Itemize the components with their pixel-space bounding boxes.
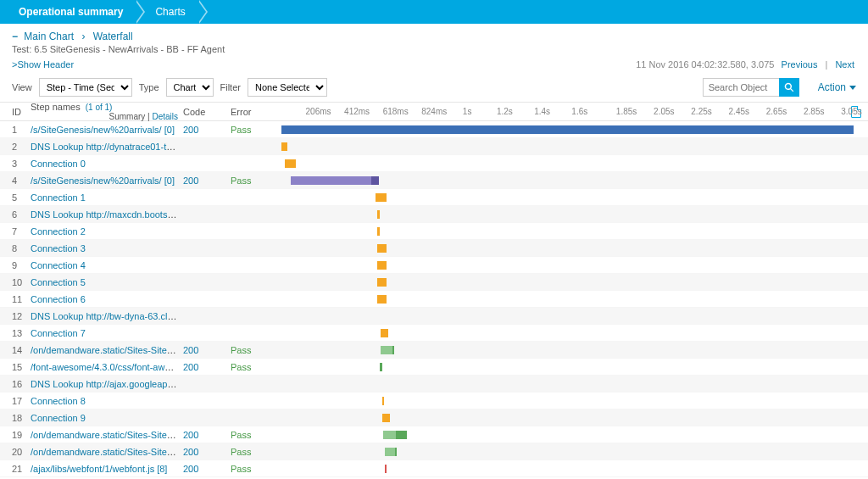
timeline-row	[280, 409, 868, 426]
timeline-row	[280, 443, 868, 460]
timeline-tick: 618ms	[383, 107, 409, 116]
timing-bar[interactable]	[385, 448, 395, 456]
timeline-row	[280, 206, 868, 223]
step-link[interactable]: Connection 0	[31, 159, 86, 169]
step-link[interactable]: DNS Lookup http://bw-dyna-63.cloudapp.ne…	[31, 311, 183, 321]
step-link[interactable]: Connection 4	[31, 260, 86, 270]
timestamp: 11 Nov 2016 04:02:32.580, 3.075	[636, 59, 774, 70]
step-link[interactable]: /on/demandware.static/Sites-SiteGenesis-…	[31, 345, 183, 355]
header-step-names[interactable]: Step names (1 of 1) Summary | Details	[31, 102, 183, 121]
table-row[interactable]: 21 /ajax/libs/webfont/1/webfont.js [8] 2…	[0, 460, 280, 477]
timing-bar[interactable]	[377, 295, 387, 304]
step-link[interactable]: Connection 2	[31, 226, 86, 237]
timing-bar[interactable]	[376, 193, 387, 202]
table-row[interactable]: 11 Connection 6	[0, 291, 280, 308]
step-link[interactable]: /s/SiteGenesis/new%20arrivals/ [0]	[31, 125, 175, 135]
table-row[interactable]: 2 DNS Lookup http://dynatrace01-tech-prt…	[0, 138, 280, 155]
timing-bar[interactable]	[380, 363, 382, 371]
type-select[interactable]: Chart	[166, 78, 214, 97]
table-row[interactable]: 13 Connection 7	[0, 325, 280, 342]
step-link[interactable]: Connection 1	[31, 192, 86, 203]
timing-bar[interactable]	[383, 431, 396, 439]
timing-bar[interactable]	[396, 431, 407, 439]
step-link[interactable]: Connection 7	[31, 328, 86, 338]
breadcrumb-charts[interactable]: Charts	[147, 0, 198, 24]
table-row[interactable]: 8 Connection 3	[0, 240, 280, 257]
table-row[interactable]: 18 Connection 9	[0, 409, 280, 426]
timeline-tick: 1.4s	[534, 107, 550, 116]
table-row[interactable]: 20 /on/demandware.static/Sites-Site/-/-/…	[0, 443, 280, 460]
next-link[interactable]: Next	[835, 59, 854, 70]
step-link[interactable]: Connection 8	[31, 396, 86, 406]
timeline-row	[280, 189, 868, 206]
timeline-header: 206ms412ms618ms824ms1s1.2s1.4s1.6s1.85s2…	[280, 103, 868, 121]
step-link[interactable]: /s/SiteGenesis/new%20arrivals/ [0]	[31, 175, 175, 186]
table-row[interactable]: 17 Connection 8	[0, 393, 280, 409]
timeline-row	[280, 426, 868, 443]
timing-bar[interactable]	[371, 176, 379, 185]
collapse-icon[interactable]: −	[12, 31, 18, 42]
timeline-row	[280, 325, 868, 342]
timeline-row	[280, 342, 868, 359]
step-link[interactable]: Connection 5	[31, 277, 86, 287]
header-error[interactable]: Error	[231, 107, 273, 117]
show-header-link[interactable]: >Show Header	[12, 59, 74, 70]
search-button[interactable]	[779, 78, 799, 97]
header-id[interactable]: ID	[12, 107, 31, 117]
timeline-tick: 1.85s	[616, 107, 637, 116]
timing-bar[interactable]	[377, 244, 387, 253]
timing-bar[interactable]	[381, 329, 388, 337]
breadcrumb-operational-summary[interactable]: Operational summary	[10, 0, 136, 24]
timing-bar[interactable]	[377, 227, 380, 236]
previous-link[interactable]: Previous	[782, 59, 818, 70]
view-select[interactable]: Step - Time (Sequential)	[39, 78, 132, 97]
timing-bar[interactable]	[381, 346, 392, 354]
step-link[interactable]: DNS Lookup http://ajax.googleapis.com	[31, 379, 183, 389]
timing-bar[interactable]	[291, 176, 371, 185]
table-row[interactable]: 6 DNS Lookup http://maxcdn.bootstrapcdn.…	[0, 206, 280, 223]
step-link[interactable]: /on/demandware.static/Sites-Site/-/-/int…	[31, 447, 183, 457]
table-row[interactable]: 7 Connection 2	[0, 223, 280, 240]
header-code[interactable]: Code	[183, 107, 231, 117]
step-link[interactable]: DNS Lookup http://maxcdn.bootstrapcdn.c…	[31, 209, 183, 220]
table-row[interactable]: 3 Connection 0	[0, 155, 280, 172]
action-menu[interactable]: Action	[818, 81, 856, 93]
table-row[interactable]: 14 /on/demandware.static/Sites-SiteGenes…	[0, 342, 280, 359]
step-link[interactable]: /font-awesome/4.3.0/css/font-awesome.mi…	[31, 362, 183, 372]
step-link[interactable]: Connection 9	[31, 413, 86, 423]
step-link[interactable]: Connection 3	[31, 243, 86, 253]
table-row[interactable]: 9 Connection 4	[0, 257, 280, 274]
timing-bar[interactable]	[385, 465, 387, 473]
timeline-tick: 2.25s	[691, 107, 711, 116]
timing-bar[interactable]	[377, 210, 380, 219]
step-link[interactable]: Connection 6	[31, 294, 86, 304]
timeline-tick: 2.05s	[654, 107, 674, 116]
table-row[interactable]: 19 /on/demandware.static/Sites-SiteGenes…	[0, 426, 280, 443]
timing-bar[interactable]	[281, 142, 287, 151]
timing-bar[interactable]	[377, 261, 387, 270]
main-chart-link[interactable]: Main Chart	[24, 31, 74, 42]
search-input[interactable]	[703, 78, 779, 97]
step-link[interactable]: /ajax/libs/webfont/1/webfont.js [8]	[31, 464, 167, 474]
waterfall-link[interactable]: Waterfall	[93, 31, 133, 42]
timing-bar[interactable]	[382, 397, 384, 405]
timing-bar[interactable]	[395, 448, 397, 456]
step-link[interactable]: DNS Lookup http://dynatrace01-tech-prtn…	[31, 142, 183, 152]
timing-bar[interactable]	[281, 125, 853, 134]
meta-right: 11 Nov 2016 04:02:32.580, 3.075 Previous…	[636, 59, 856, 70]
table-row[interactable]: 1 /s/SiteGenesis/new%20arrivals/ [0] 200…	[0, 121, 280, 138]
table-row[interactable]: 16 DNS Lookup http://ajax.googleapis.com	[0, 376, 280, 393]
table-row[interactable]: 4 /s/SiteGenesis/new%20arrivals/ [0] 200…	[0, 172, 280, 189]
timing-bar[interactable]	[392, 346, 394, 354]
step-link[interactable]: /on/demandware.static/Sites-SiteGenesis-…	[31, 430, 183, 440]
filter-select[interactable]: None Selected	[248, 78, 327, 97]
table-row[interactable]: 15 /font-awesome/4.3.0/css/font-awesome.…	[0, 359, 280, 376]
table-row[interactable]: 10 Connection 5	[0, 274, 280, 291]
timing-bar[interactable]	[377, 278, 387, 287]
table-row[interactable]: 5 Connection 1	[0, 189, 280, 206]
controls-bar: View Step - Time (Sequential) Type Chart…	[0, 75, 868, 103]
timing-bar[interactable]	[382, 414, 391, 422]
timeline-tick: 1.6s	[571, 107, 587, 116]
table-row[interactable]: 12 DNS Lookup http://bw-dyna-63.cloudapp…	[0, 308, 280, 325]
timing-bar[interactable]	[285, 159, 296, 168]
